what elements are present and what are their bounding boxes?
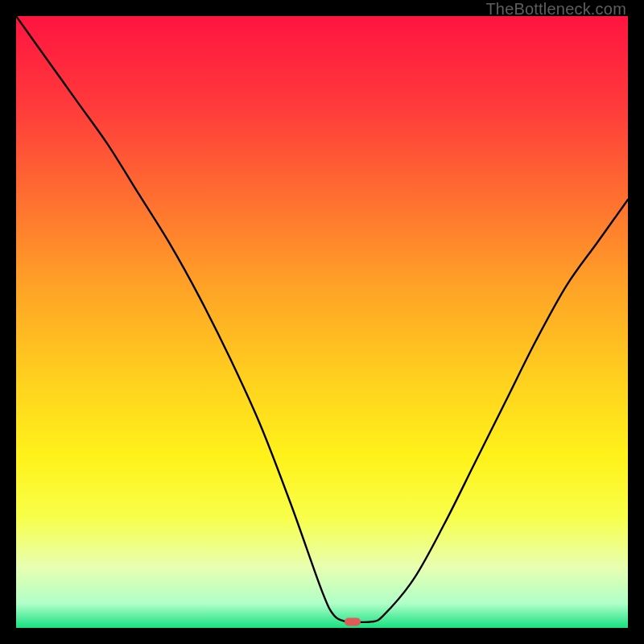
chart-background <box>16 16 628 628</box>
watermark-text: TheBottleneck.com <box>485 0 626 19</box>
bottleneck-chart <box>16 16 628 628</box>
optimal-marker <box>345 617 361 625</box>
chart-svg <box>16 16 628 628</box>
